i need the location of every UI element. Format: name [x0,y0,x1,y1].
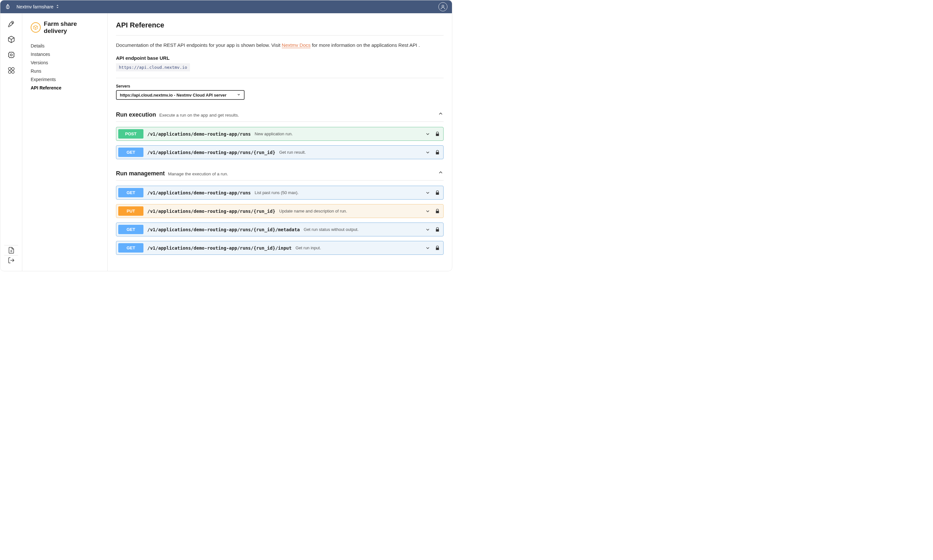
sidebar-header: Farm share delivery [31,20,99,35]
section-header[interactable]: Run execution Execute a run on the app a… [116,111,443,122]
svg-point-1 [12,23,12,23]
org-name: Nextmv farmshare [17,4,53,9]
chevron-down-icon [425,190,430,195]
rocket-icon[interactable] [7,20,15,28]
endpoint-desc: Get run result. [279,150,306,155]
api-description: Documentation of the REST API endpoints … [116,42,443,49]
grid-icon[interactable] [7,66,15,75]
endpoint-desc: Update name and description of run. [279,209,347,214]
svg-point-5 [8,71,11,73]
endpoint-row[interactable]: POST /v1/applications/demo-routing-app/r… [116,127,443,141]
nav-instances[interactable]: Instances [31,50,99,58]
section-title: Run execution [116,111,156,118]
endpoint-path: /v1/applications/demo-routing-app/runs/{… [147,227,300,232]
server-select[interactable]: https://api.cloud.nextmv.io - Nextmv Clo… [116,90,245,100]
desc-text-1: Documentation of the REST API endpoints … [116,42,282,48]
divider [116,35,443,35]
method-badge: GET [118,243,143,252]
chevron-down-icon [425,245,430,251]
nav-runs[interactable]: Runs [31,67,99,75]
brand-logo [5,4,11,10]
logout-icon[interactable] [7,255,15,265]
lock-icon[interactable] [435,209,440,214]
server-selected-text: https://api.cloud.nextmv.io - Nextmv Clo… [120,93,226,97]
sort-icon [56,4,59,10]
svg-point-4 [12,68,14,70]
section-run-management: Run management Manage the execution of a… [116,169,443,255]
endpoint-row[interactable]: PUT /v1/applications/demo-routing-app/ru… [116,204,443,218]
method-badge: GET [118,225,143,234]
endpoint-row[interactable]: GET /v1/applications/demo-routing-app/ru… [116,186,443,200]
section-header[interactable]: Run management Manage the execution of a… [116,169,443,180]
endpoint-row[interactable]: GET /v1/applications/demo-routing-app/ru… [116,223,443,236]
nav-versions[interactable]: Versions [31,58,99,67]
lock-icon[interactable] [435,190,440,195]
endpoint-desc: List past runs (50 max). [254,190,299,195]
nav-experiments[interactable]: Experiments [31,75,99,84]
divider [116,122,443,122]
base-url-value: https://api.cloud.nextmv.io [116,63,190,71]
endpoint-desc: Get run input. [296,245,321,250]
main-content: API Reference Documentation of the REST … [108,13,452,271]
method-badge: POST [118,129,143,138]
sidebar: Farm share delivery Details Instances Ve… [22,13,108,271]
lock-icon[interactable] [435,131,440,137]
topbar: Nextmv farmshare [0,0,452,13]
nav-api-reference[interactable]: API Reference [31,84,99,92]
svg-point-2 [10,54,12,56]
servers-label: Servers [116,84,443,88]
nav-details[interactable]: Details [31,42,99,50]
lock-icon[interactable] [435,150,440,155]
section-sub: Manage the execution of a run. [168,171,228,176]
chevron-up-icon [438,169,443,175]
endpoint-row[interactable]: GET /v1/applications/demo-routing-app/ru… [116,145,443,159]
method-badge: GET [118,188,143,197]
divider [116,78,443,78]
chevron-down-icon [425,209,430,214]
gear-icon[interactable] [7,51,15,59]
chevron-down-icon [425,227,430,232]
desc-text-2: for more information on the applications… [311,42,420,48]
endpoint-path: /v1/applications/demo-routing-app/runs/{… [147,245,292,251]
chevron-down-icon [237,93,241,97]
endpoint-desc: New application run. [254,131,293,136]
endpoint-path: /v1/applications/demo-routing-app/runs [147,190,251,195]
chevron-up-icon [438,111,443,117]
endpoint-path: /v1/applications/demo-routing-app/runs/{… [147,209,275,214]
lock-icon[interactable] [435,245,440,251]
user-avatar[interactable] [439,2,447,11]
base-url-label: API endpoint base URL [116,55,443,61]
document-icon[interactable] [7,245,15,255]
lock-icon[interactable] [435,227,440,232]
cube-icon[interactable] [7,35,15,44]
app-name: Farm share delivery [44,20,99,35]
page-title: API Reference [116,21,443,29]
org-switcher[interactable]: Nextmv farmshare [17,4,59,10]
svg-point-6 [12,71,14,73]
section-title: Run management [116,170,165,177]
method-badge: GET [118,148,143,157]
endpoint-path: /v1/applications/demo-routing-app/runs/{… [147,150,275,155]
endpoint-row[interactable]: GET /v1/applications/demo-routing-app/ru… [116,241,443,255]
chevron-down-icon [425,131,430,137]
app-cube-icon [31,22,41,32]
chevron-down-icon [425,150,430,155]
method-badge: PUT [118,206,143,216]
section-sub: Execute a run on the app and get results… [159,113,239,118]
endpoint-path: /v1/applications/demo-routing-app/runs [147,131,251,137]
icon-rail [0,13,22,271]
svg-point-3 [8,68,11,70]
docs-link[interactable]: Nextmv Docs [282,42,311,48]
endpoint-desc: Get run status without output. [304,227,359,232]
section-run-execution: Run execution Execute a run on the app a… [116,111,443,159]
svg-point-0 [442,5,444,7]
